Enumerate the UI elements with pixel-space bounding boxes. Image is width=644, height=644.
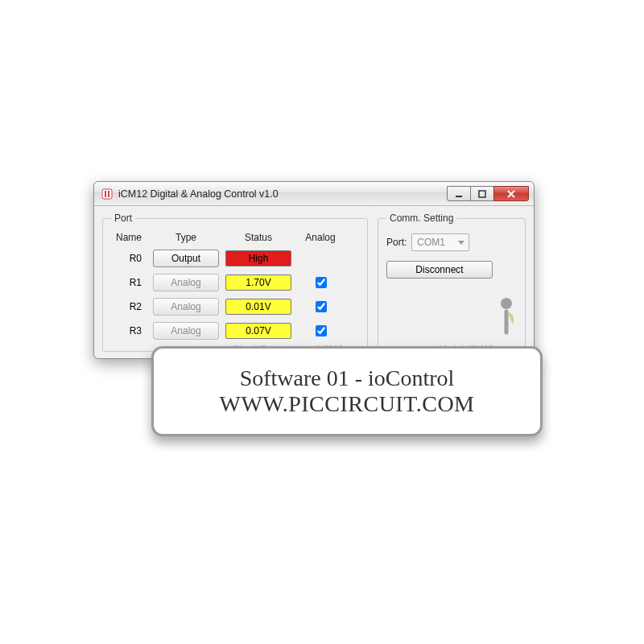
analog-checkbox[interactable] [316,325,327,336]
analog-cell [298,275,343,291]
disconnect-button[interactable]: Disconnect [386,261,493,279]
port-name: R2 [111,301,147,312]
port-row: R2Analog0.01V [111,298,359,316]
port-value: COM1 [417,237,445,248]
port-combobox[interactable]: COM1 [411,233,469,251]
port-status: 0.01V [225,299,291,315]
col-name: Name [111,232,147,243]
port-type-button: Analog [153,298,219,316]
port-header: Name Type Status Analog [111,232,359,243]
maximize-button[interactable] [470,186,494,201]
port-legend: Port [111,213,135,224]
port-row: R3Analog0.07V [111,322,359,340]
port-type-button: Analog [153,274,219,291]
titlebar[interactable]: iCM12 Digital & Analog Control v1.0 [94,182,534,206]
app-window: iCM12 Digital & Analog Control v1.0 Port… [93,181,535,359]
client-area: Port Name Type Status Analog R0OutputHig… [94,206,534,358]
port-name: R3 [111,325,147,336]
port-name: R1 [111,277,147,288]
caption-card: Software 01 - ioControl WWW.PICCIRCUIT.C… [151,346,543,436]
svg-rect-1 [105,191,106,197]
comm-legend: Comm. Setting [386,213,456,224]
col-status: Status [225,232,291,243]
window-controls [448,186,529,201]
svg-rect-2 [108,191,109,197]
app-icon [101,188,114,200]
port-row: R1Analog1.70V [111,274,359,291]
svg-rect-4 [479,191,485,197]
port-status: High [225,250,291,266]
col-analog: Analog [298,232,343,243]
port-label: Port: [386,237,407,248]
window-title: iCM12 Digital & Analog Control v1.0 [118,188,448,200]
comm-port-row: Port: COM1 [386,233,517,251]
analog-checkbox[interactable] [316,301,327,312]
svg-rect-0 [102,189,112,199]
port-group: Port Name Type Status Analog R0OutputHig… [102,213,368,352]
analog-checkbox[interactable] [316,277,327,288]
port-status: 1.70V [225,275,291,291]
port-type-button: Analog [153,322,219,340]
caption-line1: Software 01 - ioControl [240,365,455,391]
caption-line2: WWW.PICCIRCUIT.COM [220,391,475,417]
port-name: R0 [111,253,147,264]
brand-logo-icon [495,297,519,336]
col-type: Type [153,232,219,243]
analog-cell [298,299,343,315]
close-button[interactable] [493,186,529,201]
svg-rect-3 [456,196,462,197]
port-type-button[interactable]: Output [153,250,219,267]
minimize-button[interactable] [447,186,471,201]
port-status: 0.07V [225,323,291,339]
analog-cell [298,323,343,339]
svg-point-5 [501,298,512,309]
port-row: R0OutputHigh [111,250,359,267]
